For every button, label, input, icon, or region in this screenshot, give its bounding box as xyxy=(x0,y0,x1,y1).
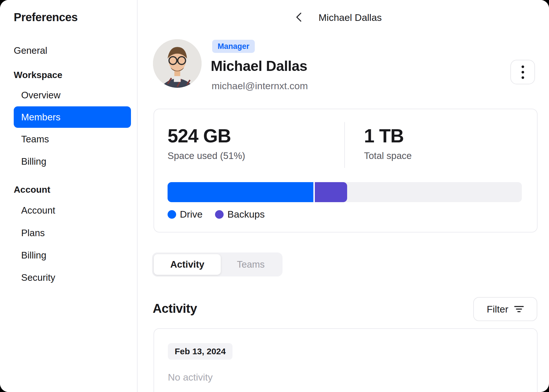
sidebar: Preferences General Workspace Overview M… xyxy=(0,0,138,392)
activity-empty-text: No activity xyxy=(168,372,213,383)
storage-usage-card: 524 GB Space used (51%) 1 TB Total space… xyxy=(154,109,538,232)
sidebar-section-workspace: Workspace xyxy=(14,70,62,80)
sidebar-section-account: Account xyxy=(14,185,50,194)
usage-progress-bar xyxy=(168,182,522,202)
sidebar-item-billing-workspace[interactable]: Billing xyxy=(21,157,46,166)
sidebar-title: Preferences xyxy=(14,11,78,24)
role-badge-label: Manager xyxy=(218,42,249,51)
sidebar-item-plans[interactable]: Plans xyxy=(21,228,45,238)
sidebar-item-members-label: Members xyxy=(21,112,61,123)
filter-button-label: Filter xyxy=(487,304,508,315)
backups-dot-icon xyxy=(215,210,224,219)
total-space-value: 1 TB xyxy=(364,126,404,146)
activity-teams-tabs: Activity Teams xyxy=(152,252,283,276)
space-used-value: 524 GB xyxy=(168,126,231,146)
back-button[interactable] xyxy=(293,11,305,23)
sidebar-item-overview[interactable]: Overview xyxy=(21,90,61,100)
avatar xyxy=(153,39,202,88)
legend-item-drive: Drive xyxy=(168,209,202,220)
page-title: Michael Dallas xyxy=(319,13,382,22)
sidebar-item-teams[interactable]: Teams xyxy=(21,134,49,144)
chevron-left-icon xyxy=(293,11,305,23)
filter-button[interactable]: Filter xyxy=(473,297,537,321)
usage-segment-drive xyxy=(168,182,313,202)
sidebar-item-account[interactable]: Account xyxy=(21,206,55,215)
tab-activity-label: Activity xyxy=(170,259,204,270)
sidebar-item-billing-account[interactable]: Billing xyxy=(21,250,46,260)
member-photo xyxy=(153,39,202,88)
total-space-label: Total space xyxy=(364,151,412,161)
role-badge: Manager xyxy=(212,40,255,53)
usage-legend: Drive Backups xyxy=(168,209,265,220)
drive-dot-icon xyxy=(168,210,176,219)
sidebar-item-general[interactable]: General xyxy=(14,46,47,55)
legend-label-backups: Backups xyxy=(227,209,264,220)
preferences-window: Preferences General Workspace Overview M… xyxy=(0,0,549,392)
tab-teams[interactable]: Teams xyxy=(221,254,281,275)
activity-list-card: Feb 13, 2024 No activity xyxy=(154,328,538,392)
legend-item-backups: Backups xyxy=(215,209,264,220)
activity-date-label: Feb 13, 2024 xyxy=(175,347,226,356)
usage-segment-backups xyxy=(315,182,347,202)
sidebar-item-security[interactable]: Security xyxy=(21,273,55,282)
tab-activity[interactable]: Activity xyxy=(154,254,221,275)
activity-section-heading: Activity xyxy=(153,301,197,316)
funnel-lines-icon xyxy=(514,305,524,313)
sidebar-item-members[interactable]: Members xyxy=(14,106,131,128)
legend-label-drive: Drive xyxy=(180,209,202,220)
member-options-button[interactable] xyxy=(510,60,535,84)
activity-date-chip: Feb 13, 2024 xyxy=(168,343,232,360)
stat-divider xyxy=(344,122,345,168)
kebab-menu-icon xyxy=(522,65,524,68)
tab-teams-label: Teams xyxy=(237,259,264,270)
member-detail-header: Michael Dallas xyxy=(138,0,549,35)
member-email: michael@internxt.com xyxy=(212,80,308,91)
space-used-label: Space used (51%) xyxy=(168,151,245,161)
member-name: Michael Dallas xyxy=(211,58,307,74)
